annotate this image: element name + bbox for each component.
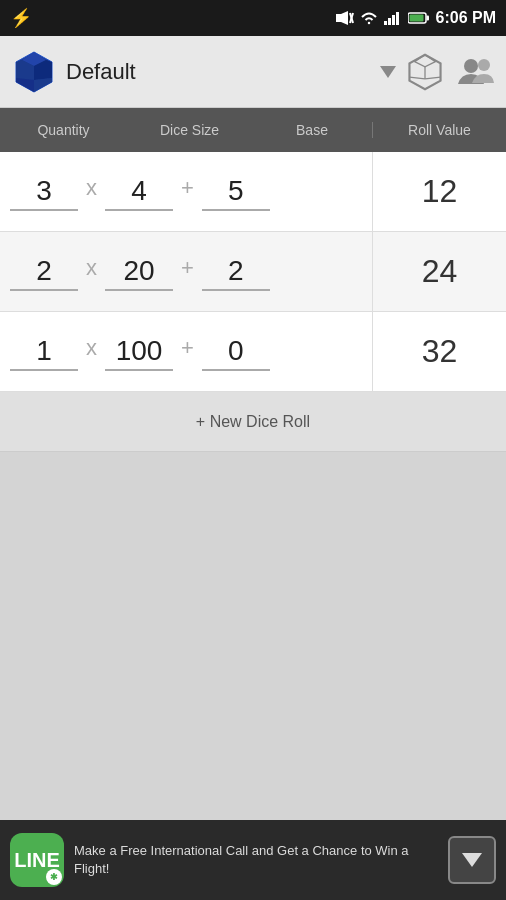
ad-text: Make a Free International Call and Get a… bbox=[74, 842, 438, 878]
dice-size-field[interactable] bbox=[105, 253, 173, 291]
base-field[interactable] bbox=[202, 333, 270, 371]
svg-marker-15 bbox=[16, 78, 34, 92]
dice-size-input[interactable] bbox=[105, 173, 173, 211]
base-input[interactable] bbox=[202, 253, 270, 291]
svg-rect-9 bbox=[426, 16, 429, 21]
ad-logo: LINE ✱ bbox=[10, 833, 64, 887]
ad-banner: LINE ✱ Make a Free International Call an… bbox=[0, 820, 506, 900]
mute-icon bbox=[336, 11, 354, 25]
svg-marker-18 bbox=[415, 54, 436, 66]
svg-rect-10 bbox=[409, 15, 423, 22]
col-header-base: Base bbox=[252, 122, 372, 138]
dice-size-input[interactable] bbox=[105, 333, 173, 371]
svg-rect-7 bbox=[396, 12, 399, 25]
plus-operator: + bbox=[177, 175, 198, 209]
roll-value: 12 bbox=[372, 152, 506, 231]
quantity-field[interactable] bbox=[10, 333, 78, 371]
plus-operator: + bbox=[177, 335, 198, 369]
svg-line-20 bbox=[409, 77, 425, 79]
battery-icon bbox=[408, 12, 430, 24]
app-title: Default bbox=[66, 59, 376, 85]
signal-icon bbox=[384, 11, 402, 25]
row-formula: x + bbox=[0, 253, 372, 291]
column-headers: Quantity Dice Size Base Roll Value bbox=[0, 108, 506, 152]
profile-icon[interactable] bbox=[458, 54, 494, 90]
table-row: x + 12 bbox=[0, 152, 506, 232]
multiply-operator: x bbox=[82, 255, 101, 289]
app-logo-icon bbox=[12, 50, 56, 94]
svg-point-23 bbox=[478, 59, 490, 71]
row-formula: x + bbox=[0, 173, 372, 211]
base-field[interactable] bbox=[202, 253, 270, 291]
multiply-operator: x bbox=[82, 175, 101, 209]
svg-point-22 bbox=[464, 59, 478, 73]
dropdown-arrow-icon[interactable] bbox=[380, 66, 396, 78]
quantity-field[interactable] bbox=[10, 173, 78, 211]
col-header-dice-size: Dice Size bbox=[127, 122, 252, 138]
svg-rect-4 bbox=[384, 21, 387, 25]
row-formula: x + bbox=[0, 333, 372, 371]
svg-line-21 bbox=[425, 77, 441, 79]
col-header-quantity: Quantity bbox=[0, 122, 127, 138]
quantity-input[interactable] bbox=[10, 253, 78, 291]
base-input[interactable] bbox=[202, 333, 270, 371]
dice-size-field[interactable] bbox=[105, 173, 173, 211]
ad-logo-badge: ✱ bbox=[46, 869, 62, 885]
dice-list: x + 12 x + bbox=[0, 152, 506, 392]
quantity-input[interactable] bbox=[10, 333, 78, 371]
status-bar: ⚡ 6:06 PM bbox=[0, 0, 506, 36]
add-dice-roll-button[interactable]: + New Dice Roll bbox=[0, 392, 506, 452]
svg-rect-5 bbox=[388, 18, 391, 25]
app-bar: Default bbox=[0, 36, 506, 108]
svg-marker-16 bbox=[34, 78, 52, 92]
table-row: x + 32 bbox=[0, 312, 506, 392]
ad-download-button[interactable] bbox=[448, 836, 496, 884]
svg-rect-0 bbox=[336, 14, 341, 22]
empty-area bbox=[0, 452, 506, 820]
multiply-operator: x bbox=[82, 335, 101, 369]
col-header-roll-value: Roll Value bbox=[372, 122, 506, 138]
grey-die-icon[interactable] bbox=[406, 53, 444, 91]
roll-value: 32 bbox=[372, 312, 506, 391]
download-arrow-icon bbox=[462, 853, 482, 867]
header-actions bbox=[406, 53, 494, 91]
svg-rect-6 bbox=[392, 15, 395, 25]
status-time: 6:06 PM bbox=[436, 9, 496, 27]
svg-marker-1 bbox=[341, 11, 348, 25]
table-row: x + 24 bbox=[0, 232, 506, 312]
base-field[interactable] bbox=[202, 173, 270, 211]
plus-operator: + bbox=[177, 255, 198, 289]
dice-size-input[interactable] bbox=[105, 253, 173, 291]
quantity-field[interactable] bbox=[10, 253, 78, 291]
wifi-icon bbox=[360, 11, 378, 25]
roll-value: 24 bbox=[372, 232, 506, 311]
dice-size-field[interactable] bbox=[105, 333, 173, 371]
quantity-input[interactable] bbox=[10, 173, 78, 211]
base-input[interactable] bbox=[202, 173, 270, 211]
usb-icon: ⚡ bbox=[10, 7, 32, 29]
